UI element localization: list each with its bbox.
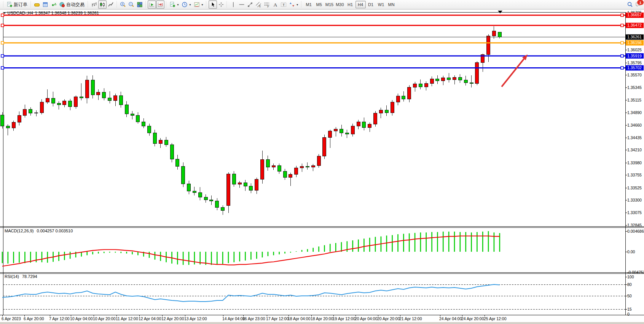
bar-chart-button[interactable] — [90, 0, 98, 9]
candle — [40, 102, 43, 113]
line-chart-button[interactable] — [107, 0, 115, 9]
tf-mn-button[interactable]: MN — [386, 1, 397, 8]
svg-text:6 Apr 20:00: 6 Apr 20:00 — [24, 316, 44, 321]
signals-button[interactable] — [49, 0, 58, 9]
candle — [458, 77, 462, 80]
toolbar-grip — [30, 1, 31, 8]
tf-h4-button[interactable]: H4 — [355, 1, 366, 8]
macd-values: 0.004257 0.003510 — [37, 229, 73, 233]
tf-m15-button[interactable]: M15 — [324, 1, 335, 8]
chevron-down-icon: ▼ — [296, 3, 299, 6]
candle — [91, 80, 94, 95]
tf-m1-button[interactable]: M1 — [304, 1, 314, 8]
toolbar: 新订单自动交易▼▼▼EFAT▼M1M5M15M30H1H4D1W1MN1 — [0, 0, 644, 10]
svg-text:25 Apr 12:00: 25 Apr 12:00 — [484, 316, 507, 321]
svg-text:1.35570: 1.35570 — [627, 73, 642, 77]
trendline-button[interactable] — [246, 0, 254, 9]
svg-text:12 Apr 20:00: 12 Apr 20:00 — [161, 316, 184, 321]
channel-button[interactable]: E — [254, 0, 263, 9]
autotrade-button[interactable]: 自动交易 — [58, 0, 86, 9]
chart-area[interactable]: 1.367051.360251.357951.355701.353451.351… — [0, 0, 644, 324]
svg-text:6 Apr 2023: 6 Apr 2023 — [2, 316, 21, 321]
chart-shift-button[interactable] — [156, 0, 164, 9]
candle — [176, 159, 179, 166]
candlestick-button[interactable] — [98, 0, 107, 9]
candle — [63, 101, 66, 105]
cursor-button[interactable] — [209, 0, 217, 9]
hline-button[interactable] — [238, 0, 246, 9]
text-icon: A — [272, 2, 278, 8]
candle — [470, 83, 473, 83]
svg-text:24 Apr 04:00: 24 Apr 04:00 — [439, 316, 462, 321]
tf-w1-button[interactable]: W1 — [376, 1, 386, 8]
candle — [277, 166, 281, 172]
candle — [244, 183, 247, 186]
candle — [498, 32, 501, 37]
periods-button[interactable]: ▼ — [180, 0, 193, 9]
shapes-button[interactable]: ▼ — [288, 0, 300, 9]
market-watch-button[interactable] — [33, 0, 41, 9]
candle — [430, 79, 434, 84]
autoscroll-button[interactable] — [148, 0, 156, 9]
svg-text:15: 15 — [627, 307, 632, 311]
tf-d1-button[interactable]: D1 — [366, 1, 376, 8]
candle — [442, 78, 445, 81]
vline-button[interactable] — [229, 0, 238, 9]
chart-title: ▾ USDCAD-,H4 1.36347 1.36348 1.36239 1.3… — [4, 11, 99, 15]
templates-button[interactable]: ▼ — [193, 0, 205, 9]
chart-menu-icon[interactable]: ▾ — [4, 11, 6, 15]
candle — [1, 115, 4, 126]
svg-text:F: F — [267, 5, 269, 8]
signals-icon — [51, 2, 57, 8]
candle — [148, 126, 151, 133]
svg-text:24 Apr 20:00: 24 Apr 20:00 — [461, 316, 484, 321]
clock-icon — [182, 2, 188, 8]
toolbar-grip — [87, 1, 88, 8]
svg-text:1.36472: 1.36472 — [627, 23, 642, 27]
text-button[interactable]: A — [271, 0, 279, 9]
tf-m5-button[interactable]: M5 — [314, 1, 324, 8]
candle — [328, 131, 332, 137]
tile-windows-button[interactable] — [135, 0, 144, 9]
new-order-button[interactable]: 新订单 — [5, 0, 29, 9]
rsi-value: 78.7294 — [22, 274, 37, 279]
candle — [261, 160, 264, 179]
candle — [255, 179, 258, 191]
svg-text:0.004686: 0.004686 — [627, 229, 644, 233]
candle — [69, 101, 72, 107]
candle — [424, 83, 428, 87]
candle — [221, 208, 225, 210]
candle — [379, 110, 383, 113]
candle — [204, 197, 207, 200]
data-window-button[interactable] — [41, 0, 49, 9]
candle — [227, 174, 230, 205]
candle — [447, 78, 451, 79]
candle — [419, 84, 422, 87]
candle — [114, 95, 117, 100]
svg-text:1.33755: 1.33755 — [627, 173, 642, 177]
zoom-out-button[interactable] — [127, 0, 135, 9]
svg-text:18 Apr 20:00: 18 Apr 20:00 — [311, 316, 333, 321]
label-button[interactable]: T — [279, 0, 288, 9]
svg-text:A: A — [273, 2, 277, 8]
search-button[interactable] — [626, 0, 634, 9]
indicators-icon — [169, 2, 175, 8]
candle — [210, 200, 213, 201]
fibonacci-button[interactable]: F — [263, 0, 271, 9]
crosshair-button[interactable] — [217, 0, 225, 9]
candle — [385, 110, 388, 113]
candle — [300, 166, 304, 168]
svg-text:7 Apr 12:00: 7 Apr 12:00 — [49, 316, 70, 321]
svg-text:20 Apr 20:00: 20 Apr 20:00 — [377, 316, 400, 321]
chat-button[interactable]: 1 — [634, 0, 642, 9]
candle — [266, 160, 269, 167]
candle — [119, 95, 123, 105]
tf-m30-button[interactable]: M30 — [335, 1, 345, 8]
zoom-in-button[interactable] — [119, 0, 127, 9]
candle — [283, 171, 287, 177]
svg-text:1.33525: 1.33525 — [627, 186, 642, 190]
indicators-button[interactable]: ▼ — [168, 0, 180, 9]
tf-h1-button[interactable]: H1 — [345, 1, 355, 8]
candle — [487, 36, 490, 55]
candle — [102, 92, 106, 98]
